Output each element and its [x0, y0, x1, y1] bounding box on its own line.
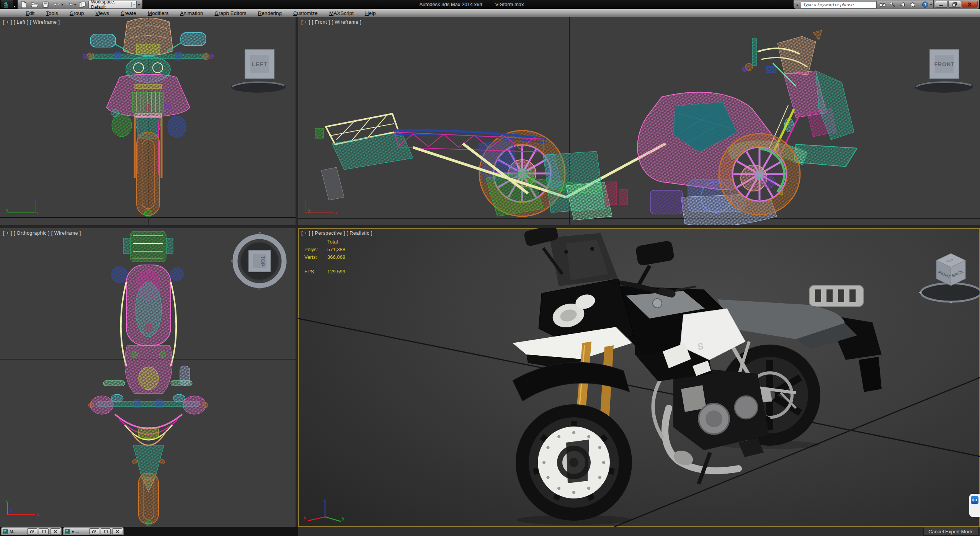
menu-modifiers[interactable]: Modifiers — [142, 10, 175, 16]
axis-tripod: y z x — [2, 198, 44, 220]
save-file-button[interactable] — [41, 1, 50, 8]
search-input[interactable] — [801, 1, 877, 8]
svg-text:y: y — [6, 500, 8, 504]
viewcube-top-face-label: TOP — [260, 256, 266, 266]
viewport-orthographic[interactable]: [ + ] [ Orthographic ] [ Wireframe ] — [0, 228, 296, 527]
svg-text:x: x — [36, 210, 39, 216]
toolbar-overflow-caret-icon[interactable]: ▼ — [137, 3, 141, 7]
teamviewer-panel-tab[interactable] — [969, 494, 980, 517]
svg-text:y: y — [308, 207, 310, 212]
menu-group[interactable]: Group — [64, 10, 90, 16]
stats-verts-label: Verts: — [304, 253, 327, 261]
stats-polys-value: 571,388 — [327, 246, 345, 253]
svg-text:x: x — [304, 515, 306, 520]
viewcube-front[interactable]: FRONT — [915, 41, 977, 98]
perspective-render-scene: S — [298, 228, 980, 527]
menu-create[interactable]: Create — [115, 10, 142, 16]
window-controls — [933, 0, 979, 9]
close-window-button[interactable] — [112, 528, 122, 535]
stats-fps-label: FPS: — [304, 268, 327, 276]
svg-text:S: S — [230, 260, 235, 262]
new-scene-button[interactable] — [19, 1, 28, 8]
svg-text:z: z — [304, 198, 307, 203]
subscription-key-icon[interactable] — [889, 1, 897, 8]
max-file-icon — [65, 529, 70, 534]
restore-window-button[interactable] — [27, 528, 37, 535]
axis-tripod: x y z — [2, 500, 44, 521]
document-name: V-Storm.max — [495, 2, 524, 7]
viewcube-perspective[interactable]: RIGHT BACK TOP — [918, 243, 980, 306]
viewcube-top[interactable]: TOP N E S W — [229, 230, 290, 292]
quick-access-toolbar: ▾ ▾ Workspace: Default ▾ ▼ — [18, 0, 142, 9]
minimized-window-title: E:... — [72, 529, 88, 534]
viewport-left[interactable]: [ + ] [ Left ] [ Wireframe ] — [0, 17, 296, 225]
stats-total-header: Total — [327, 238, 345, 246]
project-folder-button[interactable] — [77, 1, 87, 8]
max-window: ▾ ▾ ▾ Workspace: Default ▾ — [0, 0, 980, 536]
viewport-left-label[interactable]: [ + ] [ Left ] [ Wireframe ] — [3, 20, 60, 25]
title-bar: ▾ ▾ ▾ Workspace: Default ▾ — [0, 0, 980, 9]
viewport-front-label[interactable]: [ + ] [ Front ] [ Wireframe ] — [301, 20, 361, 25]
menu-maxscript[interactable]: MAXScript — [323, 10, 359, 16]
app-logo-icon[interactable] — [1, 0, 13, 10]
max-file-icon — [3, 529, 8, 534]
redo-history-caret-icon[interactable]: ▾ — [74, 3, 76, 7]
favorites-star-icon[interactable] — [909, 1, 916, 8]
menu-bar: Edit Tools Group Views Create Modifiers … — [0, 10, 980, 17]
menu-edit[interactable]: Edit — [20, 10, 40, 16]
window-title: Autodesk 3ds Max 2014 x64V-Storm.max — [419, 2, 524, 7]
axis-tripod: x z y — [301, 198, 343, 220]
redo-button[interactable] — [65, 1, 74, 8]
svg-text:E: E — [257, 287, 262, 290]
menu-animation[interactable]: Animation — [174, 10, 209, 16]
axis-tripod: z x y — [301, 498, 347, 522]
status-bar: M... E:... — [0, 527, 980, 536]
menu-help[interactable]: Help — [359, 10, 382, 16]
help-icon[interactable]: ? — [921, 1, 929, 8]
workspace-selector[interactable]: Workspace: Default ▾ — [88, 1, 137, 8]
viewcube-left[interactable]: LEFT — [231, 41, 289, 98]
menu-customize[interactable]: Customize — [287, 10, 323, 16]
minimized-window-2[interactable]: E:... — [63, 527, 124, 535]
infocenter-expand-icon[interactable]: ▸ — [797, 3, 799, 7]
viewport-front[interactable]: [ + ] [ Front ] [ Wireframe ] — [298, 17, 980, 225]
restore-button[interactable] — [948, 1, 961, 8]
viewport-orthographic-label[interactable]: [ + ] [ Orthographic ] [ Wireframe ] — [3, 230, 81, 236]
app-title: Autodesk 3ds Max 2014 x64 — [419, 2, 482, 7]
menu-views[interactable]: Views — [90, 10, 115, 16]
restore-window-button[interactable] — [89, 528, 99, 535]
communication-center-icon[interactable] — [899, 1, 906, 8]
maximize-window-button[interactable] — [101, 528, 111, 535]
svg-text:N: N — [283, 261, 288, 264]
svg-text:x: x — [37, 512, 39, 517]
viewcube-front-face-label: FRONT — [934, 61, 954, 67]
svg-text:y: y — [342, 515, 345, 521]
menu-graph-editors[interactable]: Graph Editors — [209, 10, 252, 16]
svg-text:z: z — [34, 198, 36, 203]
help-caret-icon[interactable]: ▾ — [930, 3, 932, 7]
menu-tools[interactable]: Tools — [40, 10, 64, 16]
undo-button[interactable] — [52, 1, 61, 8]
minimized-window-1[interactable]: M... — [1, 527, 62, 535]
close-button[interactable] — [962, 1, 978, 8]
stats-polys-label: Polys: — [304, 246, 327, 253]
stats-verts-value: 366,068 — [327, 253, 345, 261]
viewport-perspective[interactable]: [ + ] [ Perspective ] [ Realistic ] Tota… — [298, 228, 980, 527]
workspace-caret-icon[interactable]: ▾ — [131, 2, 135, 7]
svg-text:W: W — [257, 232, 262, 236]
undo-history-caret-icon[interactable]: ▾ — [62, 3, 63, 7]
infocenter-bar: ▸ ? ▾ — [794, 0, 935, 9]
maximize-window-button[interactable] — [39, 528, 49, 535]
minimize-button[interactable] — [935, 1, 948, 8]
open-file-button[interactable] — [30, 1, 39, 8]
cancel-expert-mode-button[interactable]: Cancel Expert Mode — [923, 528, 978, 536]
viewport-splitter-horizontal[interactable] — [0, 225, 980, 228]
svg-text:z: z — [10, 509, 12, 514]
close-window-button[interactable] — [50, 528, 60, 535]
svg-text:z: z — [323, 498, 326, 503]
search-icon[interactable] — [879, 1, 887, 8]
viewport-splitter-vertical[interactable] — [296, 17, 298, 527]
viewport-perspective-label[interactable]: [ + ] [ Perspective ] [ Realistic ] — [301, 230, 372, 236]
menu-rendering[interactable]: Rendering — [252, 10, 287, 16]
app-menu-caret-icon[interactable]: ▾ — [14, 5, 16, 8]
